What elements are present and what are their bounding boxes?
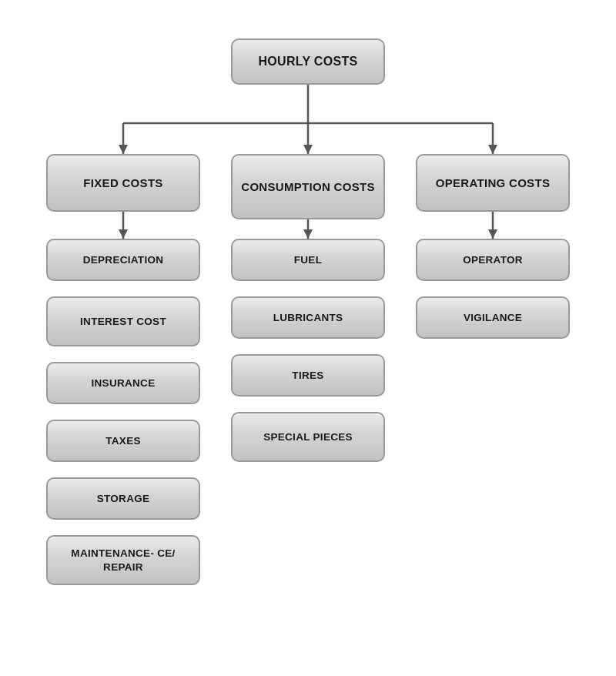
- svg-marker-13: [488, 229, 497, 239]
- svg-marker-9: [119, 229, 128, 239]
- svg-marker-11: [303, 229, 313, 239]
- fixed-costs-node: FIXED COSTS: [46, 154, 200, 212]
- interest-cost-node: INTEREST COST: [46, 296, 200, 346]
- tires-node: TIRES: [231, 354, 385, 397]
- vigilance-node: VIGILANCE: [416, 296, 570, 339]
- special-pieces-node: SPECIAL PIECES: [231, 412, 385, 462]
- depreciation-node: DEPRECIATION: [46, 239, 200, 281]
- lubricants-node: LUBRICANTS: [231, 296, 385, 339]
- fuel-node: FUEL: [231, 239, 385, 281]
- taxes-node: TAXES: [46, 420, 200, 462]
- svg-marker-7: [488, 145, 497, 154]
- consumption-costs-node: CONSUMPTION COSTS: [231, 154, 385, 219]
- root-node: HOURLY COSTS: [231, 38, 385, 85]
- operator-node: OPERATOR: [416, 239, 570, 281]
- operating-costs-node: OPERATING COSTS: [416, 154, 570, 212]
- svg-marker-6: [303, 145, 313, 154]
- storage-node: STORAGE: [46, 477, 200, 520]
- svg-marker-5: [119, 145, 128, 154]
- maintenance-node: MAINTENANCE- CE/ REPAIR: [46, 535, 200, 585]
- diagram-inner: HOURLY COSTS FIXED COSTS CONSUMPTION COS…: [23, 23, 593, 654]
- insurance-node: INSURANCE: [46, 362, 200, 404]
- diagram-container: HOURLY COSTS FIXED COSTS CONSUMPTION COS…: [8, 0, 608, 676]
